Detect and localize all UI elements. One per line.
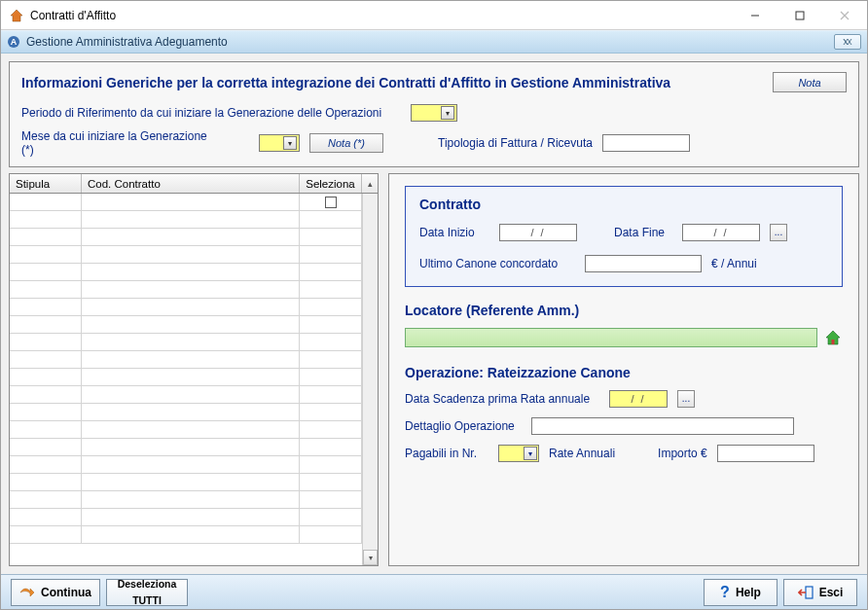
mese-label: Mese da cui iniziare la Generazione (*) (21, 129, 218, 157)
help-label: Help (736, 586, 761, 599)
table-row[interactable] (10, 351, 362, 369)
table-row[interactable] (10, 509, 362, 526)
data-fine-label: Data Fine (614, 226, 672, 239)
deseleziona-label-2: TUTTI (132, 595, 162, 606)
data-inizio-field[interactable]: / / (499, 224, 577, 241)
tipologia-label: Tipologia di Fattura / Ricevuta (438, 136, 593, 150)
chevron-down-icon: ▾ (441, 106, 454, 120)
table-row[interactable] (10, 526, 362, 544)
locatore-title: Locatore (Referente Amm.) (405, 303, 843, 318)
titlebar: Contratti d'Affitto (1, 1, 867, 30)
chevron-down-icon: ▾ (283, 136, 297, 150)
data-scadenza-label: Data Scadenza prima Rata annuale (405, 392, 599, 406)
table-row[interactable] (10, 491, 362, 509)
svg-rect-11 (832, 340, 835, 344)
data-scadenza-field[interactable]: / / (609, 390, 668, 408)
periodo-dropdown[interactable]: ▾ (411, 104, 457, 122)
table-row[interactable] (10, 281, 362, 299)
window-title: Contratti d'Affitto (30, 9, 733, 22)
locatore-field[interactable] (405, 328, 817, 347)
app-window: Contratti d'Affitto A Gestione Amministr… (0, 0, 868, 610)
table-row[interactable] (10, 421, 362, 439)
ultimo-canone-field[interactable] (585, 255, 702, 272)
app-icon (9, 8, 24, 23)
rate-annuali-label: Rate Annuali (549, 447, 615, 460)
middle-area: Stipula Cod. Contratto Seleziona ▴ (9, 173, 859, 566)
dettaglio-input[interactable] (531, 417, 794, 435)
exit-icon (798, 586, 814, 599)
deseleziona-tutti-button[interactable]: Deseleziona TUTTI (106, 579, 188, 606)
chevron-down-icon: ▾ (524, 447, 537, 460)
col-seleziona[interactable]: Seleziona (300, 174, 362, 193)
continua-button[interactable]: Continua (11, 579, 100, 606)
table-row[interactable] (10, 194, 362, 211)
row-checkbox[interactable] (325, 197, 337, 208)
info-panel: Informazioni Generiche per la corretta i… (9, 61, 859, 167)
operazione-title: Operazione: Rateizzazione Canone (405, 365, 843, 380)
arrow-right-icon (19, 586, 35, 599)
nota-star-button[interactable]: Nota (*) (309, 133, 383, 153)
client-area: Informazioni Generiche per la corretta i… (1, 54, 867, 574)
maximize-button[interactable] (778, 1, 822, 29)
esci-button[interactable]: Esci (783, 579, 857, 606)
table-row[interactable] (10, 299, 362, 316)
mese-dropdown[interactable]: ▾ (259, 134, 300, 152)
help-icon: ? (720, 584, 730, 601)
svg-rect-1 (796, 12, 804, 19)
pagabili-label: Pagabili in Nr. (405, 447, 488, 460)
table-row[interactable] (10, 404, 362, 421)
periodo-label: Periodo di Riferimento da cui iniziare l… (21, 106, 401, 120)
date-picker-button[interactable]: ... (677, 390, 695, 408)
grid-scrollbar[interactable]: ▾ (362, 194, 378, 565)
table-row[interactable] (10, 316, 362, 334)
table-row[interactable] (10, 246, 362, 264)
importo-label: Importo € (658, 447, 707, 460)
contratto-title: Contratto (419, 197, 828, 212)
help-button[interactable]: ? Help (704, 579, 778, 606)
tipologia-input[interactable] (602, 134, 690, 152)
date-picker-button[interactable]: ... (770, 224, 787, 241)
subheader: A Gestione Amministrativa Adeguamento (1, 30, 867, 54)
scroll-up-button[interactable]: ▴ (362, 174, 378, 193)
table-row[interactable] (10, 369, 362, 386)
table-row[interactable] (10, 474, 362, 491)
table-row[interactable] (10, 264, 362, 281)
table-row[interactable] (10, 211, 362, 229)
importo-input[interactable] (717, 445, 814, 462)
grid-rows (10, 194, 362, 565)
table-row[interactable] (10, 439, 362, 456)
ultimo-canone-label: Ultimo Canone concordato (419, 257, 575, 270)
subheader-close-button[interactable] (834, 34, 861, 50)
contratto-group: Contratto Data Inizio / / Data Fine / / … (405, 186, 843, 287)
detail-panel: Contratto Data Inizio / / Data Fine / / … (388, 173, 859, 566)
col-stipula[interactable]: Stipula (10, 174, 82, 193)
close-button[interactable] (822, 1, 867, 29)
scroll-down-button[interactable]: ▾ (363, 550, 378, 565)
subheader-title: Gestione Amministrativa Adeguamento (26, 35, 834, 49)
table-row[interactable] (10, 456, 362, 474)
house-icon[interactable] (823, 328, 843, 347)
pagabili-dropdown[interactable]: ▾ (498, 445, 539, 462)
table-row[interactable] (10, 229, 362, 246)
dettaglio-label: Dettaglio Operazione (405, 419, 522, 433)
svg-rect-12 (806, 587, 813, 598)
data-inizio-label: Data Inizio (419, 226, 489, 239)
nota-button[interactable]: Nota (773, 72, 847, 92)
contracts-grid: Stipula Cod. Contratto Seleziona ▴ (9, 173, 379, 566)
data-fine-field[interactable]: / / (682, 224, 760, 241)
info-heading: Informazioni Generiche per la corretta i… (21, 75, 670, 90)
table-row[interactable] (10, 334, 362, 351)
svg-text:A: A (11, 37, 18, 47)
footer-bar: Continua Deseleziona TUTTI ? Help Esci (1, 574, 867, 609)
esci-label: Esci (819, 586, 844, 599)
table-row[interactable] (10, 386, 362, 404)
unit-label: € / Annui (711, 257, 757, 270)
deseleziona-label-1: Deseleziona (118, 579, 177, 590)
grid-header: Stipula Cod. Contratto Seleziona ▴ (10, 174, 378, 194)
subheader-icon: A (7, 35, 20, 49)
window-controls (733, 1, 867, 29)
minimize-button[interactable] (733, 1, 778, 29)
col-cod-contratto[interactable]: Cod. Contratto (82, 174, 300, 193)
continua-label: Continua (41, 586, 91, 599)
